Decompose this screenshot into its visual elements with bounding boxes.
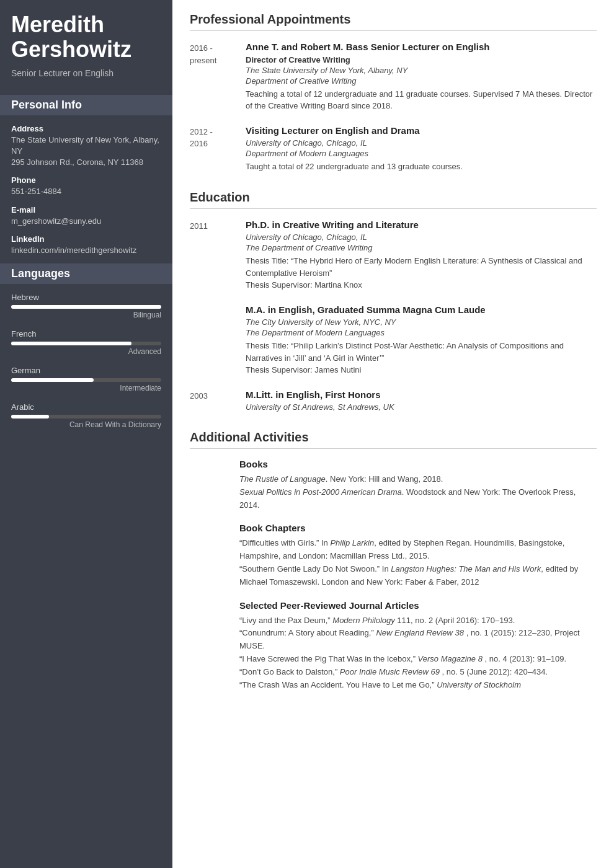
appointment-content-2: Visiting Lecturer on English and Drama U… <box>246 125 597 173</box>
email-label: E-mail <box>11 205 161 215</box>
lang-bar-fill-2 <box>11 378 94 382</box>
education-date-mlitt: 2003 <box>190 389 246 414</box>
appointment-date-1: 2016 -present <box>190 41 246 112</box>
education-institution-ma: The City University of New York, NYC, NY <box>246 317 597 327</box>
education-content-mlitt: M.Litt. in English, First Honors Univers… <box>246 389 597 414</box>
education-institution-phd: University of Chicago, Chicago, IL <box>246 232 597 242</box>
journal-articles-title: Selected Peer-Reviewed Journal Articles <box>239 600 597 611</box>
education-title-ma: M.A. in English, Graduated Summa Magna C… <box>246 304 597 316</box>
address-label: Address <box>11 124 161 133</box>
language-item-french: French Advanced <box>11 329 161 356</box>
journal-articles-block: Selected Peer-Reviewed Journal Articles … <box>239 600 597 692</box>
book-chapters-text: “Difficulties with Girls.” In Philip Lar… <box>239 537 597 588</box>
lang-bar-fill-0 <box>11 305 161 309</box>
appointment-title-1: Anne T. and Robert M. Bass Senior Lectur… <box>246 41 597 53</box>
appointment-entry-1: 2016 -present Anne T. and Robert M. Bass… <box>190 41 597 112</box>
education-supervisor-ma: Thesis Supervisor: James Nutini <box>246 364 597 376</box>
phone-block: Phone 551-251-4884 <box>11 175 161 197</box>
lang-bar-track-2 <box>11 378 161 382</box>
linkedin-label: LinkedIn <box>11 234 161 244</box>
appointment-dept-1: Department of Creative Writing <box>246 76 597 86</box>
education-content-phd: Ph.D. in Creative Writing and Literature… <box>246 219 597 291</box>
languages-list: Hebrew Bilingual French Advanced German … <box>11 293 161 429</box>
professional-appointments-title: Professional Appointments <box>190 12 597 31</box>
education-supervisor-phd: Thesis Supervisor: Martina Knox <box>246 279 597 291</box>
language-item-arabic: Arabic Can Read With a Dictionary <box>11 402 161 429</box>
appointment-entry-2: 2012 -2016 Visiting Lecturer on English … <box>190 125 597 173</box>
appointment-desc-2: Taught a total of 22 undergraduate and 1… <box>246 161 597 173</box>
language-item-hebrew: Hebrew Bilingual <box>11 293 161 319</box>
journal-articles-text: “Livy and the Pax Deum,” Modern Philolog… <box>239 614 597 692</box>
education-entry-ma: M.A. in English, Graduated Summa Magna C… <box>190 304 597 376</box>
education-entry-mlitt: 2003 M.Litt. in English, First Honors Un… <box>190 389 597 414</box>
education-dept-phd: The Department of Creative Writing <box>246 243 597 252</box>
education-title-mlitt: M.Litt. in English, First Honors <box>246 389 597 401</box>
linkedin-block: LinkedIn linkedin.com/in/meredithgershow… <box>11 234 161 256</box>
lang-level-2: Intermediate <box>11 384 161 392</box>
lang-name-3: Arabic <box>11 402 161 412</box>
person-name: Meredith Gershowitz <box>11 12 161 61</box>
books-text: The Rustle of Language. New York: Hill a… <box>239 473 597 512</box>
personal-info-section-title: Personal Info <box>0 95 172 115</box>
lang-bar-track-0 <box>11 305 161 309</box>
appointment-institution-1: The State University of New York, Albany… <box>246 66 597 75</box>
lang-level-1: Advanced <box>11 347 161 356</box>
appointment-subtitle-1: Director of Creative Writing <box>246 55 597 64</box>
email-value: m_gershowitz@suny.edu <box>11 216 161 227</box>
education-entry-phd: 2011 Ph.D. in Creative Writing and Liter… <box>190 219 597 291</box>
lang-level-3: Can Read With a Dictionary <box>11 420 161 429</box>
additional-activities-title: Additional Activities <box>190 430 597 449</box>
book-chapters-block: Book Chapters “Difficulties with Girls.”… <box>239 523 597 588</box>
additional-activities-section: Additional Activities Books The Rustle o… <box>190 430 597 691</box>
lang-bar-track-3 <box>11 415 161 418</box>
person-title: Senior Lecturer on English <box>11 68 161 80</box>
language-item-german: German Intermediate <box>11 366 161 392</box>
appointment-date-2: 2012 -2016 <box>190 125 246 173</box>
education-thesis-ma: Thesis Title: “Philip Larkin’s Distinct … <box>246 340 597 364</box>
appointment-dept-2: Department of Modern Languages <box>246 149 597 158</box>
lang-name-1: French <box>11 329 161 339</box>
appointment-content-1: Anne T. and Robert M. Bass Senior Lectur… <box>246 41 597 112</box>
education-title: Education <box>190 190 597 209</box>
education-institution-mlitt: University of St Andrews, St Andrews, UK <box>246 402 597 412</box>
lang-level-0: Bilingual <box>11 311 161 319</box>
education-date-phd: 2011 <box>190 219 246 291</box>
education-content-ma: M.A. in English, Graduated Summa Magna C… <box>246 304 597 376</box>
appointment-title-2: Visiting Lecturer on English and Drama <box>246 125 597 137</box>
lang-bar-fill-3 <box>11 415 49 418</box>
education-dept-ma: The Department of Modern Languages <box>246 328 597 337</box>
books-block: Books The Rustle of Language. New York: … <box>239 459 597 512</box>
books-title: Books <box>239 459 597 469</box>
lang-name-2: German <box>11 366 161 375</box>
professional-appointments-section: Professional Appointments 2016 -present … <box>190 12 597 173</box>
languages-section-title: Languages <box>0 264 172 284</box>
appointment-desc-1: Teaching a total of 12 undergraduate and… <box>246 88 597 112</box>
education-title-phd: Ph.D. in Creative Writing and Literature <box>246 219 597 231</box>
phone-value: 551-251-4884 <box>11 186 161 197</box>
lang-name-0: Hebrew <box>11 293 161 302</box>
phone-label: Phone <box>11 175 161 185</box>
address-block: Address The State University of New York… <box>11 124 161 169</box>
email-block: E-mail m_gershowitz@suny.edu <box>11 205 161 227</box>
main-content: Professional Appointments 2016 -present … <box>172 0 614 868</box>
appointment-institution-2: University of Chicago, Chicago, IL <box>246 138 597 148</box>
education-section: Education 2011 Ph.D. in Creative Writing… <box>190 190 597 414</box>
sidebar: Meredith Gershowitz Senior Lecturer on E… <box>0 0 172 868</box>
linkedin-value: linkedin.com/in/meredithgershowitz <box>11 245 161 256</box>
education-date-ma <box>190 304 246 376</box>
lang-bar-fill-1 <box>11 342 131 345</box>
education-thesis-phd: Thesis Title: “The Hybrid Hero of Early … <box>246 255 597 279</box>
book-chapters-title: Book Chapters <box>239 523 597 533</box>
lang-bar-track-1 <box>11 342 161 345</box>
address-value: The State University of New York, Albany… <box>11 135 161 169</box>
